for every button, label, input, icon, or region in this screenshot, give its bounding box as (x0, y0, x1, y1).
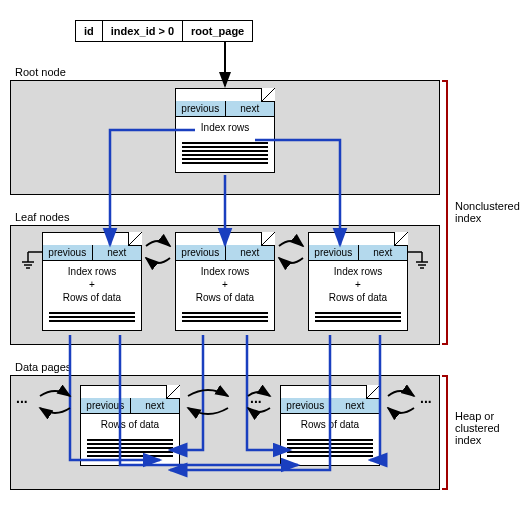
page-leaf-1: previous next Index rows + Rows of data (42, 232, 142, 331)
page-body-data: Rows of data (81, 414, 179, 435)
page-body-leaf: Index rows + Rows of data (43, 261, 141, 308)
page-data-1: previous next Rows of data (80, 385, 180, 466)
page-root: previous next Index rows (175, 88, 275, 173)
band-root-label: Root node (15, 66, 66, 78)
page-prev: previous (43, 245, 93, 260)
page-prev: previous (281, 398, 331, 413)
bracket-heap (442, 375, 448, 490)
band-leaf-label: Leaf nodes (15, 211, 69, 223)
header-col-id: id (76, 21, 103, 42)
page-corner-icon (366, 385, 380, 399)
page-prev: previous (309, 245, 359, 260)
page-body-root: Index rows (176, 117, 274, 138)
page-next: next (226, 245, 275, 260)
side-label-heap: Heap or clustered index (455, 410, 525, 446)
page-leaf-2: previous next Index rows + Rows of data (175, 232, 275, 331)
page-body-data: Rows of data (281, 414, 379, 435)
bracket-nonclustered (442, 80, 448, 345)
header-col-index-id: index_id > 0 (102, 21, 182, 42)
ellipsis-right: ... (420, 390, 432, 406)
page-corner-icon (261, 88, 275, 102)
page-next: next (131, 398, 180, 413)
page-body-leaf: Index rows + Rows of data (176, 261, 274, 308)
diagram-canvas: id index_id > 0 root_page Root node Leaf… (0, 0, 530, 520)
page-next: next (359, 245, 408, 260)
page-prev: previous (176, 101, 226, 116)
page-data-2: previous next Rows of data (280, 385, 380, 466)
page-next: next (93, 245, 142, 260)
page-corner-icon (261, 232, 275, 246)
ellipsis-left: ... (16, 390, 28, 406)
page-next: next (226, 101, 275, 116)
page-corner-icon (166, 385, 180, 399)
page-prev: previous (176, 245, 226, 260)
side-label-nonclustered: Nonclustered index (455, 200, 525, 224)
ellipsis-mid: ... (250, 390, 262, 406)
page-body-leaf: Index rows + Rows of data (309, 261, 407, 308)
band-data-label: Data pages (15, 361, 71, 373)
header-table: id index_id > 0 root_page (75, 20, 253, 42)
header-col-root-page: root_page (183, 21, 253, 42)
page-corner-icon (394, 232, 408, 246)
page-next: next (331, 398, 380, 413)
page-leaf-3: previous next Index rows + Rows of data (308, 232, 408, 331)
page-corner-icon (128, 232, 142, 246)
page-prev: previous (81, 398, 131, 413)
